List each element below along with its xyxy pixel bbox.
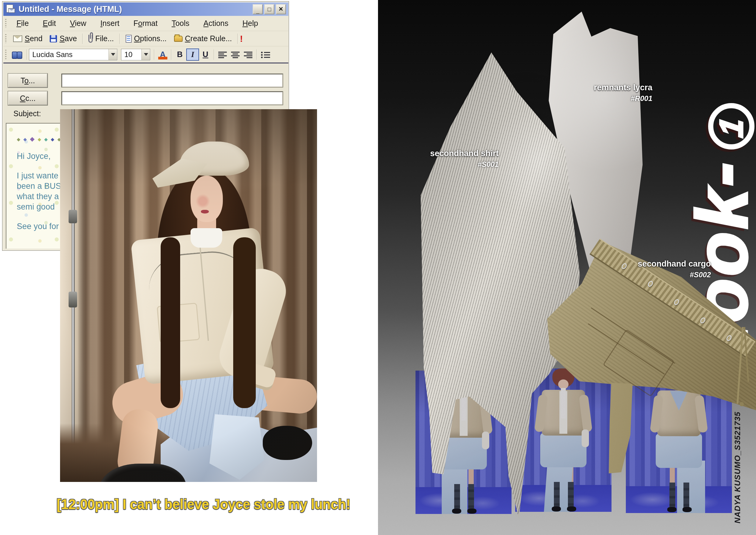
garment-code: #S001: [424, 160, 499, 169]
window-titlebar[interactable]: Untitled - Message (HTML) _ □ ✕: [3, 2, 288, 16]
student-credit: NADYA KUSUMO_S3521735: [733, 412, 742, 523]
font-size-select[interactable]: 10: [121, 49, 150, 60]
bold-button[interactable]: B: [174, 48, 186, 61]
garment-name: secondhand shirt: [424, 149, 499, 158]
envelope-icon: [13, 35, 22, 42]
toolbar-grip[interactable]: [5, 34, 8, 43]
send-label: Send: [25, 34, 42, 43]
create-rule-label: Create Rule...: [185, 34, 232, 43]
save-label: Save: [60, 34, 77, 43]
menu-item-file[interactable]: File: [10, 18, 36, 29]
italic-button[interactable]: I: [186, 48, 199, 61]
drawstring-knot: [740, 402, 744, 406]
toolbar-separator: [27, 49, 27, 60]
toolbar-separator: [237, 34, 238, 44]
divider-diamond: ◆: [23, 137, 30, 142]
model-photo: [60, 109, 317, 482]
binoculars-icon[interactable]: [12, 51, 22, 58]
folder-icon: [174, 36, 183, 42]
garment-code: #R001: [567, 94, 652, 103]
chevron-down-icon[interactable]: [142, 49, 150, 60]
floppy-disk-icon: [50, 35, 57, 42]
garment-name: secondhand cargo: [628, 259, 711, 269]
toolbar-separator: [171, 49, 172, 60]
chevron-down-icon[interactable]: [109, 49, 117, 60]
attach-file-button[interactable]: File...: [85, 33, 117, 44]
window-controls: _ □ ✕: [253, 4, 286, 14]
maximize-button[interactable]: □: [264, 4, 274, 14]
look-number-circle: 1: [708, 103, 754, 150]
menu-item-tools[interactable]: Tools: [165, 18, 196, 29]
toolbar-grip[interactable]: [5, 19, 8, 28]
look-page: Look-1 remnants lycra #R001 secondhand s…: [378, 0, 756, 535]
garment-code: #S002: [628, 270, 711, 279]
toolbar-separator: [120, 34, 120, 44]
close-button[interactable]: ✕: [276, 4, 286, 14]
lookbook-spread: Untitled - Message (HTML) _ □ ✕ FileEdit…: [0, 0, 756, 535]
options-button[interactable]: Options...: [122, 33, 171, 44]
cc-input[interactable]: [62, 92, 283, 105]
toolbar-separator: [82, 34, 83, 44]
to-input[interactable]: [62, 74, 283, 87]
divider-diamond: ◆: [51, 137, 58, 142]
create-rule-button[interactable]: Create Rule...: [171, 33, 236, 44]
align-left-icon[interactable]: [216, 48, 229, 61]
message-envelope-icon: [6, 5, 15, 14]
options-page-icon: [125, 35, 132, 43]
garment-label-shirt: secondhand shirt #S001: [424, 149, 499, 169]
formatting-toolbar: Lucida Sans 10 A B I U: [3, 46, 288, 64]
paperclip-icon: [88, 35, 93, 43]
menu-item-edit[interactable]: Edit: [36, 18, 63, 29]
toolbar-separator: [154, 49, 154, 60]
send-button[interactable]: Send: [10, 33, 46, 44]
toolbar-grip[interactable]: [5, 50, 8, 60]
standard-toolbar: Send Save File... Options... Create Rule…: [3, 31, 288, 46]
garment-name: remnants lycra: [567, 83, 652, 93]
menu-item-view[interactable]: View: [63, 18, 93, 29]
menu-bar: FileEditViewInsertFormatToolsActionsHelp: [3, 16, 288, 31]
divider-diamond: ◆: [17, 137, 23, 142]
align-center-icon[interactable]: [229, 48, 242, 61]
options-label: Options...: [134, 34, 167, 43]
divider-diamond: ◆: [30, 135, 38, 142]
menu-item-actions[interactable]: Actions: [196, 18, 235, 29]
menu-item-help[interactable]: Help: [235, 18, 265, 29]
menu-item-format[interactable]: Format: [126, 18, 165, 29]
divider-diamond: ◆: [38, 137, 44, 142]
cc-button[interactable]: Cc...: [8, 91, 47, 105]
toolbar-separator: [256, 49, 257, 60]
menu-bar-items: FileEditViewInsertFormatToolsActionsHelp: [10, 18, 265, 29]
font-color-button[interactable]: A: [156, 48, 169, 61]
minimize-button[interactable]: _: [253, 4, 263, 14]
red-exclamation-icon[interactable]: !: [240, 34, 243, 43]
font-name-select[interactable]: Lucida Sans: [29, 49, 117, 60]
photo-tone-overlay: [60, 109, 317, 482]
menu-item-insert[interactable]: Insert: [93, 18, 126, 29]
save-button[interactable]: Save: [46, 33, 80, 44]
garment-label-cargo: secondhand cargo #S002: [628, 259, 711, 279]
window-title: Untitled - Message (HTML): [18, 5, 122, 14]
photo-caption: [12:00pm] I can’t believe Joyce stole my…: [57, 496, 314, 512]
garment-label-lycra: remnants lycra #R001: [567, 83, 652, 103]
divider-diamond: ◆: [44, 137, 51, 142]
align-right-icon[interactable]: [242, 48, 255, 61]
to-button[interactable]: To...: [8, 73, 47, 88]
subject-label: Subject:: [14, 109, 41, 118]
look-number: 1: [699, 111, 756, 141]
underline-button[interactable]: U: [199, 48, 212, 61]
attach-file-label: File...: [95, 34, 114, 43]
toolbar-separator: [214, 49, 214, 60]
bullet-list-icon[interactable]: [259, 48, 272, 61]
